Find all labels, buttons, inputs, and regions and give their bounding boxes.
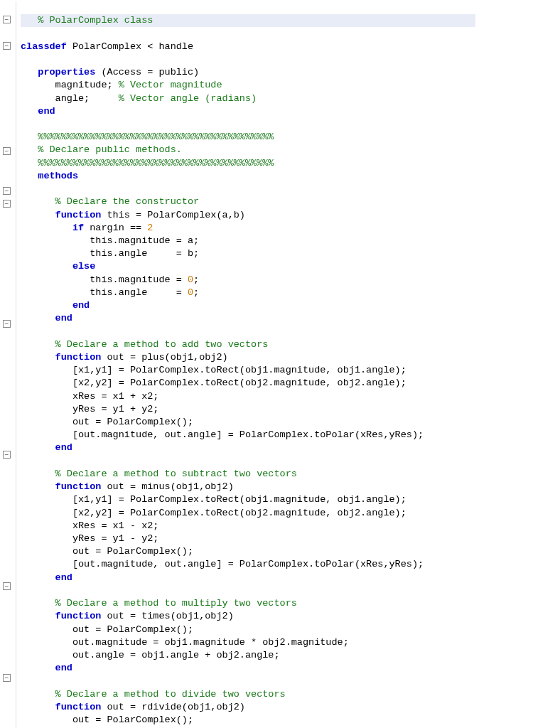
code-line: xRes = x1 + x2; [21,391,158,402]
code-line: function out = plus(obj1,obj2) [21,352,228,363]
code-line: out.angle = obj1.angle + obj2.angle; [21,650,280,660]
code-line: function out = minus(obj1,obj2) [21,481,234,492]
code-area[interactable]: % PolarComplex class classdef PolarCompl… [16,1,560,728]
code-line: % Declare a method to divide two vectors [21,689,286,700]
code-line: [x2,y2] = PolarComplex.toRect(obj2.magni… [21,378,406,388]
code-line: end [21,313,72,323]
code-line: [x1,y1] = PolarComplex.toRect(obj1.magni… [21,494,406,505]
code-line: [out.magnitude, out.angle] = PolarComple… [21,429,424,440]
code-line: % PolarComplex class [21,14,475,27]
editor: − − − − − − − − − % PolarComplex class c… [0,0,560,728]
fold-icon[interactable]: − [3,187,11,195]
code-line: % Declare a method to multiply two vecto… [21,598,297,609]
fold-icon[interactable]: − [3,42,11,50]
code-line: % Declare public methods. [21,144,182,155]
code-line [21,456,26,466]
code-line [21,54,26,65]
code-line: [out.magnitude, out.angle] = PolarComple… [21,559,424,569]
code-line [21,675,26,686]
code-line: function out = times(obj1,obj2) [21,611,234,621]
code-line: this.magnitude = a; [21,235,199,246]
code-line: magnitude; % Vector magnitude [21,80,222,90]
code-line: this.angle = 0; [21,287,199,298]
code-line [21,585,26,596]
code-line: end [21,442,72,453]
code-line [21,183,26,194]
fold-icon[interactable]: − [3,147,11,155]
code-line: end [21,663,72,673]
code-line: % Declare the constructor [21,196,199,207]
code-line: this.magnitude = 0; [21,274,199,285]
code-line: out = PolarComplex(); [21,624,193,635]
code-line: % Declare a method to add two vectors [21,339,268,350]
fold-icon[interactable]: − [3,582,11,590]
code-line: properties (Access = public) [21,67,199,77]
code-line: out.magnitude = obj1.magnitude * obj2.ma… [21,637,349,648]
code-line: end [21,300,90,311]
code-line [21,119,26,129]
code-line: xRes = x1 - x2; [21,520,158,531]
code-line: yRes = y1 + y2; [21,404,158,414]
code-line: yRes = y1 - y2; [21,533,158,544]
code-line: out = PolarComplex(); [21,546,193,557]
code-line: function out = rdivide(obj1,obj2) [21,702,245,712]
code-line: % Declare a method to subtract two vecto… [21,469,297,479]
code-line: [x2,y2] = PolarComplex.toRect(obj2.magni… [21,508,406,518]
fold-icon[interactable]: − [3,16,11,23]
fold-icon[interactable]: − [3,451,11,459]
code-line: this.angle = b; [21,248,199,259]
code-line: [x1,y1] = PolarComplex.toRect(obj1.magni… [21,365,406,375]
code-line: out = PolarComplex(); [21,417,193,427]
code-line: angle; % Vector angle (radians) [21,93,257,104]
code-line: classdef PolarComplex < handle [21,41,193,52]
code-line: if nargin == 2 [21,223,153,233]
code-line [21,326,26,336]
fold-icon[interactable]: − [3,200,11,208]
code-line: end [21,106,55,117]
fold-icon[interactable]: − [3,320,11,328]
code-line: end [21,572,72,583]
fold-gutter: − − − − − − − − − [0,1,16,728]
code-line: %%%%%%%%%%%%%%%%%%%%%%%%%%%%%%%%%%%%%%%%… [21,132,274,142]
code-line: out = PolarComplex(); [21,714,193,725]
code-line: %%%%%%%%%%%%%%%%%%%%%%%%%%%%%%%%%%%%%%%%… [21,158,274,168]
fold-icon[interactable]: − [3,674,11,682]
code-line: else [21,261,95,272]
code-line: function this = PolarComplex(a,b) [21,210,245,220]
code-line: methods [21,171,78,181]
